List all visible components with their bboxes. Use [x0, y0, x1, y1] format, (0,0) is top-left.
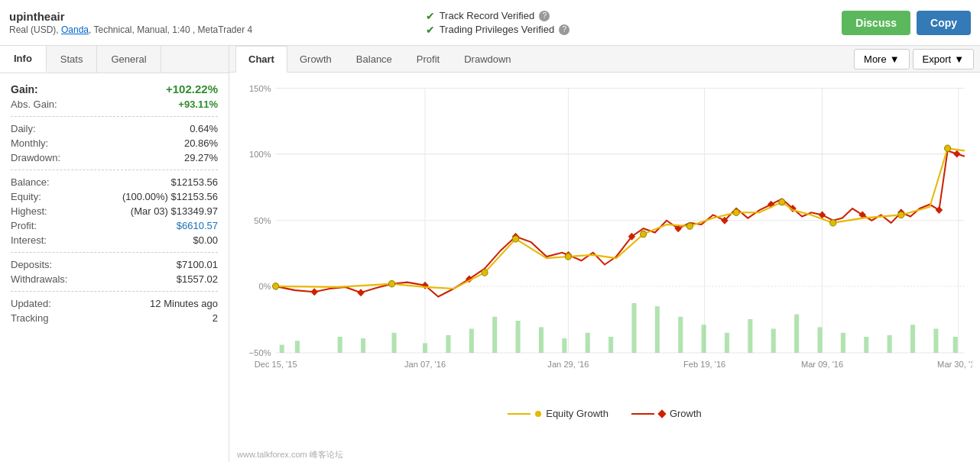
svg-rect-25 [361, 338, 365, 353]
chart-tab-profit[interactable]: Profit [404, 47, 452, 72]
track-record-verified: ✔ Track Record Verified ? [426, 10, 842, 22]
balance-row: Balance: $12153.56 [11, 176, 218, 188]
header-actions: Discuss Copy [842, 11, 971, 35]
growth-dot-icon [657, 409, 666, 418]
svg-rect-44 [817, 327, 822, 353]
withdrawals-value: $1557.02 [177, 273, 218, 285]
gain-value: +102.22% [166, 82, 218, 95]
svg-point-78 [898, 212, 904, 218]
svg-rect-22 [280, 345, 284, 354]
trading-privileges-verified: ✔ Trading Privileges Verified ? [426, 24, 842, 36]
balance-value: $12153.56 [171, 176, 218, 188]
svg-point-69 [388, 281, 394, 287]
withdrawals-row: Withdrawals: $1557.02 [11, 273, 218, 285]
chart-tabs: Chart Growth Balance Profit Drawdown Mor… [229, 46, 980, 73]
daily-label: Daily: [11, 123, 36, 134]
svg-point-72 [565, 254, 571, 260]
svg-text:50%: 50% [254, 216, 271, 225]
divider3 [11, 252, 218, 253]
chevron-down-icon: ▼ [890, 53, 900, 65]
interest-row: Interest: $0.00 [11, 234, 218, 246]
svg-rect-48 [910, 325, 915, 353]
check-icon: ✔ [426, 10, 435, 22]
svg-rect-41 [748, 319, 752, 353]
left-tabs: Info Stats General [0, 46, 229, 73]
more-label: More [864, 53, 887, 65]
svg-text:−50%: −50% [249, 348, 271, 357]
svg-rect-45 [841, 333, 845, 353]
svg-text:Jan 29, '16: Jan 29, '16 [547, 360, 589, 369]
track-record-help-icon[interactable]: ? [539, 11, 550, 21]
highest-label: Highest: [11, 205, 47, 217]
svg-rect-50 [953, 337, 958, 353]
more-button[interactable]: More ▼ [854, 49, 910, 69]
svg-point-76 [779, 199, 785, 205]
verified-section: ✔ Track Record Verified ? ✔ Trading Priv… [426, 8, 842, 37]
equity-label: Equity Growth [546, 408, 608, 419]
tab-general[interactable]: General [97, 46, 161, 73]
svg-rect-30 [492, 317, 497, 353]
trading-privileges-help-icon[interactable]: ? [559, 24, 570, 35]
chart-tab-chart[interactable]: Chart [235, 46, 287, 73]
deposits-label: Deposits: [11, 259, 52, 270]
updated-label: Updated: [11, 298, 51, 309]
profit-value: $6610.57 [177, 220, 218, 231]
right-panel: Chart Growth Balance Profit Drawdown Mor… [229, 46, 980, 462]
tab-stats[interactable]: Stats [47, 46, 98, 73]
svg-point-71 [512, 236, 518, 242]
chart-actions: More ▼ Export ▼ [854, 49, 974, 69]
watermark: www.talkforex.com 峰客论坛 [237, 449, 343, 460]
profit-row: Profit: $6610.57 [11, 220, 218, 231]
drawdown-row: Drawdown: 29.27% [11, 152, 218, 163]
svg-rect-38 [678, 317, 683, 353]
svg-rect-29 [469, 329, 474, 354]
copy-button[interactable]: Copy [917, 11, 971, 35]
chart-tab-balance[interactable]: Balance [344, 47, 404, 72]
deposits-value: $7100.01 [177, 259, 218, 270]
drawdown-label: Drawdown: [11, 152, 60, 163]
svg-text:150%: 150% [249, 84, 271, 93]
svg-rect-49 [933, 329, 938, 354]
svg-point-75 [733, 209, 739, 215]
profit-label: Profit: [11, 220, 37, 231]
svg-text:100%: 100% [249, 150, 271, 159]
divider1 [11, 116, 218, 117]
export-label: Export [923, 53, 952, 65]
info-panel: Gain: +102.22% Abs. Gain: +93.11% Daily:… [0, 73, 229, 462]
interest-label: Interest: [11, 234, 47, 246]
highest-row: Highest: (Mar 03) $13349.97 [11, 205, 218, 217]
svg-rect-24 [338, 337, 342, 353]
oanda-link[interactable]: Oanda [61, 24, 89, 35]
export-button[interactable]: Export ▼ [913, 49, 974, 69]
svg-rect-36 [631, 303, 636, 353]
account-details: Real (USD), Oanda, Technical, Manual, 1:… [9, 24, 426, 35]
updated-row: Updated: 12 Minutes ago [11, 298, 218, 309]
discuss-button[interactable]: Discuss [842, 11, 910, 35]
svg-point-68 [273, 283, 279, 289]
monthly-label: Monthly: [11, 137, 48, 149]
daily-value: 0.64% [190, 123, 218, 134]
username: upintheair [9, 10, 426, 23]
svg-rect-35 [608, 337, 613, 353]
updated-value: 12 Minutes ago [150, 298, 218, 309]
svg-rect-47 [888, 335, 892, 353]
chart-tab-drawdown[interactable]: Drawdown [452, 47, 523, 72]
abs-gain-label: Abs. Gain: [11, 99, 57, 110]
svg-text:0%: 0% [258, 282, 271, 291]
tab-info[interactable]: Info [0, 46, 47, 73]
gain-row: Gain: +102.22% [11, 82, 218, 95]
svg-point-77 [830, 220, 836, 226]
svg-rect-34 [586, 333, 590, 353]
svg-point-79 [945, 145, 951, 151]
gain-label: Gain: [11, 83, 38, 95]
legend-equity: Equity Growth [508, 408, 608, 419]
header: upintheair Real (USD), Oanda, Technical,… [0, 0, 980, 46]
svg-rect-32 [539, 327, 544, 353]
interest-value: $0.00 [193, 234, 218, 246]
withdrawals-label: Withdrawals: [11, 273, 67, 285]
chart-tab-growth[interactable]: Growth [287, 47, 344, 72]
legend-growth: Growth [631, 408, 702, 419]
abs-gain-value: +93.11% [178, 99, 218, 110]
chevron-down-icon2: ▼ [954, 53, 964, 65]
svg-point-74 [686, 223, 693, 229]
